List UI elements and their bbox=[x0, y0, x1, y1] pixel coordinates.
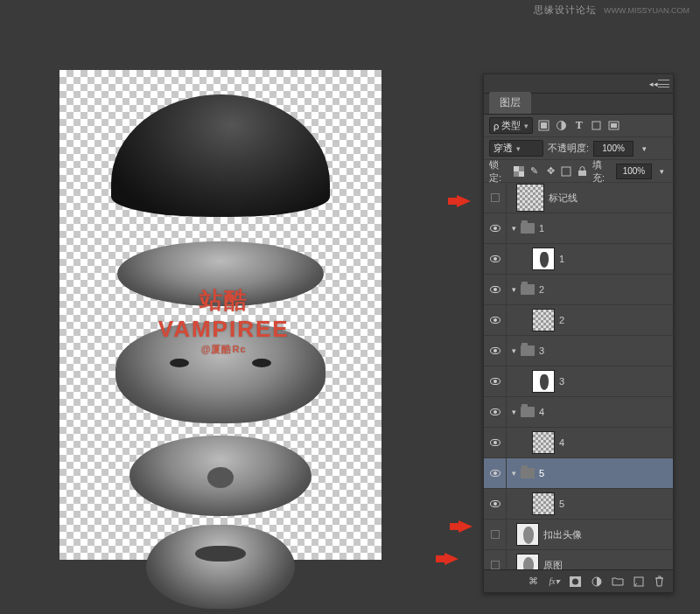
link-icon[interactable]: ⌘ bbox=[527, 575, 540, 588]
visibility-toggle[interactable] bbox=[484, 336, 507, 366]
lock-position-icon[interactable]: ✥ bbox=[544, 164, 556, 178]
layer-row[interactable]: 3 bbox=[484, 366, 673, 397]
layer-row[interactable]: 标记线 bbox=[484, 183, 673, 213]
visibility-toggle[interactable] bbox=[484, 550, 507, 569]
mask-icon[interactable] bbox=[569, 575, 582, 588]
visibility-toggle[interactable] bbox=[484, 183, 507, 213]
layer-name[interactable]: 3 bbox=[559, 376, 564, 387]
lock-pixels-icon[interactable]: ✎ bbox=[528, 164, 540, 178]
filter-shape-icon[interactable] bbox=[590, 119, 603, 132]
panel-collapse-icon[interactable]: ◂◂ bbox=[649, 80, 658, 88]
svg-rect-10 bbox=[578, 171, 586, 176]
layer-group-row[interactable]: ▾2 bbox=[484, 275, 673, 305]
layer-thumbnail[interactable] bbox=[532, 492, 555, 515]
head-slice-hair bbox=[111, 94, 330, 217]
layer-thumbnail[interactable] bbox=[532, 370, 555, 393]
filter-adjust-icon[interactable] bbox=[555, 119, 568, 132]
layer-name[interactable]: 1 bbox=[559, 254, 564, 264]
eye-icon bbox=[490, 439, 500, 446]
filter-type-icon[interactable]: T bbox=[572, 119, 585, 132]
group-caret-icon[interactable]: ▾ bbox=[512, 469, 521, 478]
layer-name[interactable]: 2 bbox=[559, 315, 564, 325]
layer-row[interactable]: 扣出头像 bbox=[484, 520, 673, 550]
layer-name[interactable]: 1 bbox=[539, 223, 544, 234]
eye-icon bbox=[490, 317, 500, 324]
layer-thumbnail[interactable] bbox=[532, 431, 555, 454]
opacity-value[interactable]: 100% bbox=[593, 141, 634, 157]
layer-name[interactable]: 标记线 bbox=[549, 192, 578, 205]
lock-all-icon[interactable] bbox=[577, 164, 588, 178]
new-layer-icon[interactable] bbox=[632, 575, 645, 588]
folder-icon bbox=[521, 345, 535, 356]
opacity-dropdown-icon[interactable]: ▾ bbox=[638, 142, 651, 155]
canvas-transparency-bg: 站酷 VAMPIREE @厦酷Rc bbox=[60, 70, 382, 560]
adjust-icon[interactable] bbox=[590, 575, 603, 588]
fx-icon[interactable]: fx▾ bbox=[548, 575, 561, 588]
eye-icon bbox=[490, 500, 500, 507]
layer-name[interactable]: 2 bbox=[539, 284, 544, 295]
visibility-toggle[interactable] bbox=[484, 428, 507, 457]
layer-thumbnail[interactable] bbox=[532, 309, 555, 331]
filter-kind-prefix: ρ bbox=[494, 121, 499, 131]
layer-name[interactable]: 4 bbox=[539, 407, 544, 417]
eye-icon bbox=[490, 286, 500, 293]
lock-transparency-icon[interactable] bbox=[513, 164, 524, 178]
panel-menu-icon[interactable] bbox=[658, 80, 669, 87]
layer-filter-row: ρ 类型 T bbox=[484, 115, 673, 137]
layers-list[interactable]: 标记线▾11▾22▾33▾44▾55扣出头像原图 bbox=[484, 183, 673, 569]
lock-artboard-icon[interactable] bbox=[561, 164, 572, 178]
layer-thumbnail[interactable] bbox=[516, 523, 539, 546]
layer-name[interactable]: 4 bbox=[559, 437, 564, 448]
visibility-toggle[interactable] bbox=[484, 275, 507, 304]
visibility-toggle[interactable] bbox=[484, 520, 507, 549]
panel-tabs: 图层 bbox=[484, 94, 673, 115]
layer-row[interactable]: 1 bbox=[484, 244, 673, 275]
group-icon[interactable] bbox=[611, 575, 624, 588]
layer-name[interactable]: 5 bbox=[539, 468, 544, 478]
layer-name[interactable]: 原图 bbox=[543, 559, 563, 570]
layer-row[interactable]: 2 bbox=[484, 305, 673, 336]
fill-value[interactable]: 100% bbox=[616, 164, 652, 179]
visibility-toggle[interactable] bbox=[484, 244, 507, 274]
layer-group-row[interactable]: ▾1 bbox=[484, 213, 673, 244]
fill-dropdown-icon[interactable]: ▾ bbox=[656, 164, 668, 178]
group-caret-icon[interactable]: ▾ bbox=[512, 408, 521, 416]
group-caret-icon[interactable]: ▾ bbox=[512, 285, 521, 294]
layer-group-row[interactable]: ▾4 bbox=[484, 397, 673, 428]
filter-kind-select[interactable]: ρ 类型 bbox=[489, 117, 533, 134]
layer-thumbnail[interactable] bbox=[516, 184, 544, 212]
visibility-toggle[interactable] bbox=[484, 397, 507, 427]
layer-name[interactable]: 扣出头像 bbox=[543, 528, 582, 541]
layer-row[interactable]: 5 bbox=[484, 489, 673, 520]
visibility-toggle[interactable] bbox=[484, 458, 507, 488]
folder-icon bbox=[521, 407, 535, 417]
fill-label: 填充: bbox=[592, 158, 612, 185]
group-caret-icon[interactable]: ▾ bbox=[512, 346, 521, 355]
eye-icon bbox=[490, 470, 500, 477]
visibility-toggle[interactable] bbox=[484, 366, 507, 396]
layer-row[interactable]: 4 bbox=[484, 428, 673, 458]
tab-layers[interactable]: 图层 bbox=[489, 92, 531, 114]
layer-name[interactable]: 3 bbox=[539, 345, 544, 356]
svg-rect-9 bbox=[562, 167, 570, 176]
visibility-toggle[interactable] bbox=[484, 305, 507, 335]
filter-pixel-icon[interactable] bbox=[537, 119, 550, 132]
annotation-arrow-2 bbox=[458, 520, 472, 533]
eye-icon bbox=[490, 225, 500, 232]
layer-group-row[interactable]: ▾5 bbox=[484, 458, 673, 489]
layer-row[interactable]: 原图 bbox=[484, 550, 673, 569]
layer-thumbnail[interactable] bbox=[516, 554, 539, 569]
filter-smart-icon[interactable] bbox=[607, 119, 620, 132]
visibility-toggle[interactable] bbox=[484, 489, 507, 519]
source-watermark: 思缘设计论坛 WWW.MISSYUAN.COM bbox=[534, 3, 690, 17]
document-canvas[interactable]: 站酷 VAMPIREE @厦酷Rc bbox=[60, 70, 382, 560]
blend-mode-select[interactable]: 穿透 bbox=[489, 140, 543, 157]
layer-group-row[interactable]: ▾3 bbox=[484, 336, 673, 366]
layer-name[interactable]: 5 bbox=[559, 499, 564, 509]
nose-tip bbox=[207, 467, 234, 488]
group-caret-icon[interactable]: ▾ bbox=[512, 224, 521, 233]
visibility-toggle[interactable] bbox=[484, 213, 507, 243]
trash-icon[interactable] bbox=[653, 575, 666, 588]
layer-thumbnail[interactable] bbox=[532, 248, 555, 270]
blend-row: 穿透 不透明度: 100% ▾ bbox=[484, 137, 673, 160]
